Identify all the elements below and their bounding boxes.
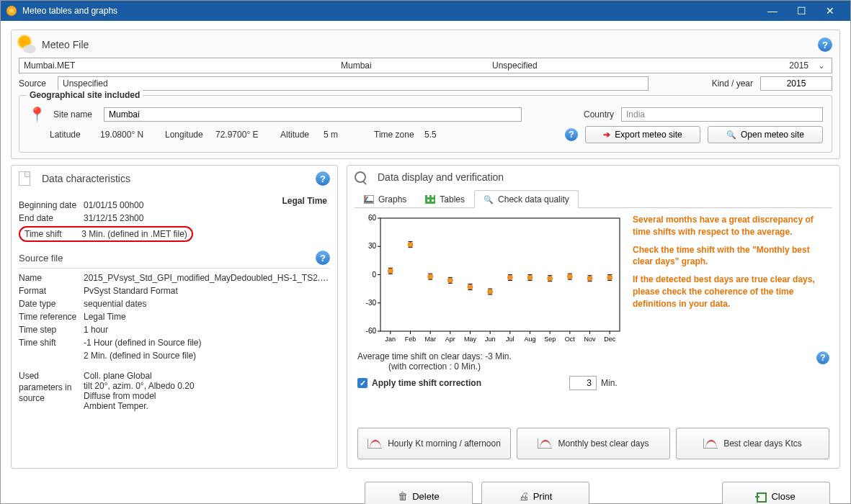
svg-text:-60: -60: [366, 327, 377, 335]
close-label: Close: [771, 491, 795, 502]
tab-check-quality[interactable]: Check data quality: [474, 190, 579, 208]
tab-tables[interactable]: Tables: [416, 190, 474, 208]
svg-text:Feb: Feb: [405, 336, 416, 343]
help-button-avg[interactable]: ?: [816, 351, 829, 364]
verification-tabs: Graphs Tables Check data quality: [355, 190, 832, 208]
svg-text:Jul: Jul: [506, 336, 514, 343]
svg-text:30: 30: [368, 242, 377, 250]
close-button[interactable]: Close: [722, 482, 830, 504]
data-display-header: Data display and verification: [378, 171, 504, 183]
data-display-panel: Data display and verification Graphs Tab…: [347, 165, 840, 469]
svg-text:0: 0: [372, 271, 376, 279]
export-arrow-icon: ➔: [603, 130, 610, 140]
delete-button[interactable]: Delete: [365, 482, 473, 504]
timezone-label: Time zone: [374, 130, 417, 140]
country-input[interactable]: [621, 107, 823, 122]
correction-unit: Min.: [601, 378, 618, 388]
meteo-spec: Unspecified: [492, 60, 758, 71]
apply-correction-label: Apply time shift correction: [372, 378, 481, 388]
tables-icon: [425, 195, 435, 204]
tab-graphs-label: Graphs: [378, 194, 406, 204]
window-title: Meteo tables and graphs: [22, 6, 758, 16]
sf-usedparams-v3: Diffuse from model: [84, 391, 330, 401]
end-date-value: 31/12/15 23h00: [84, 213, 282, 223]
sf-timeref-label: Time reference: [19, 312, 84, 322]
monthly-best-button[interactable]: Monthly best clear days: [517, 428, 670, 459]
warning-text: Several months have a great discrepancy …: [633, 214, 829, 347]
time-shift-value: 3 Min. (defined in .MET file): [81, 229, 187, 239]
print-button[interactable]: Print: [481, 482, 589, 504]
sf-timeref-value: Legal Time: [84, 312, 330, 322]
svg-text:60: 60: [368, 214, 377, 222]
svg-point-38: [388, 269, 393, 274]
svg-point-70: [548, 276, 553, 281]
maximize-button[interactable]: ☐: [787, 1, 816, 21]
search-icon: [726, 130, 736, 140]
time-shift-label: Time shift: [24, 229, 79, 239]
svg-text:Jan: Jan: [386, 336, 396, 343]
titlebar: Meteo tables and graphs — ☐ ✕: [1, 1, 850, 21]
help-button-datachar[interactable]: ?: [316, 171, 330, 186]
data-characteristics-panel: Data characteristics ? Beginning date 01…: [11, 165, 338, 469]
location-pin-icon: 📍: [28, 106, 46, 123]
magnifier-icon: [355, 171, 366, 183]
help-button-meteo[interactable]: ?: [818, 37, 832, 52]
close-window-button[interactable]: ✕: [816, 1, 845, 21]
delete-label: Delete: [412, 491, 440, 502]
svg-rect-0: [380, 218, 620, 331]
begin-date-value: 01/01/15 00h00: [84, 200, 282, 210]
help-button-geo[interactable]: ?: [565, 128, 578, 141]
apply-correction-checkbox[interactable]: ✓: [357, 378, 367, 388]
print-label: Print: [533, 491, 553, 502]
open-meteo-label: Open meteo site: [741, 130, 804, 140]
site-name-input[interactable]: [104, 107, 522, 122]
correction-value-input[interactable]: [569, 376, 597, 390]
sf-usedparams-label: Used parameters in source: [19, 371, 84, 411]
source-input[interactable]: [58, 76, 649, 91]
open-meteo-button[interactable]: Open meteo site: [708, 126, 823, 143]
svg-point-58: [488, 289, 493, 294]
svg-point-50: [447, 278, 453, 283]
exit-icon: [757, 491, 767, 501]
geo-fieldset: Geographical site included 📍 Site name C…: [19, 95, 832, 153]
meteo-filename[interactable]: Mumbai.MET: [24, 60, 334, 71]
sf-usedparams-v4: Ambient Temper.: [84, 401, 330, 411]
longitude-value: 72.9700° E: [215, 130, 273, 140]
dropdown-chevron-icon[interactable]: ⌄: [816, 60, 827, 71]
minimize-button[interactable]: —: [758, 1, 787, 21]
altitude-value: 5 m: [324, 130, 367, 140]
country-label: Country: [584, 109, 614, 120]
longitude-label: Longitude: [165, 130, 208, 140]
export-meteo-button[interactable]: ➔Export meteo site: [585, 126, 700, 143]
svg-text:Nov: Nov: [584, 336, 596, 343]
sf-timeshift-value2: 2 Min. (defined in Source file): [84, 351, 330, 361]
app-icon: [6, 6, 17, 16]
timezone-value: 5.5: [424, 130, 453, 140]
latitude-label: Latitude: [50, 130, 93, 140]
hourly-kt-button[interactable]: Hourly Kt morning / afternoon: [357, 428, 511, 459]
altitude-label: Altitude: [280, 130, 316, 140]
help-button-sourcefile[interactable]: ?: [316, 251, 330, 265]
tab-graphs[interactable]: Graphs: [355, 190, 416, 208]
curve-icon: [703, 438, 718, 449]
sf-datetype-value: sequential dates: [84, 299, 330, 309]
sf-timeshift-value1: -1 Hour (defined in Source file): [84, 338, 330, 348]
data-char-header: Data characteristics: [42, 173, 130, 184]
curve-icon: [538, 438, 552, 449]
svg-point-66: [527, 275, 533, 280]
source-file-header: Source file: [19, 253, 63, 264]
svg-text:-30: -30: [366, 299, 377, 307]
sf-format-value: PvSyst Standard Format: [84, 286, 330, 296]
hourly-kt-label: Hourly Kt morning / afternoon: [388, 438, 501, 449]
svg-text:Dec: Dec: [604, 336, 616, 343]
svg-point-82: [607, 275, 612, 280]
kind-year-input[interactable]: [760, 76, 832, 91]
geo-legend: Geographical site included: [27, 90, 143, 100]
sf-timestep-value: 1 hour: [84, 325, 330, 335]
sf-name-value: 2015_PVsyst_Std_GPI_modified_MayDedouble…: [84, 273, 330, 283]
svg-text:Mar: Mar: [424, 336, 436, 343]
site-name-label: Site name: [53, 109, 97, 120]
time-shift-chart: -60-3003060JanFebMarAprMayJunJulAugSepOc…: [357, 214, 624, 347]
best-clear-ktcs-button[interactable]: Best clear days Ktcs: [676, 428, 829, 459]
meteo-file-panel: Meteo File ? Mumbai.MET Mumbai Unspecifi…: [11, 30, 840, 159]
